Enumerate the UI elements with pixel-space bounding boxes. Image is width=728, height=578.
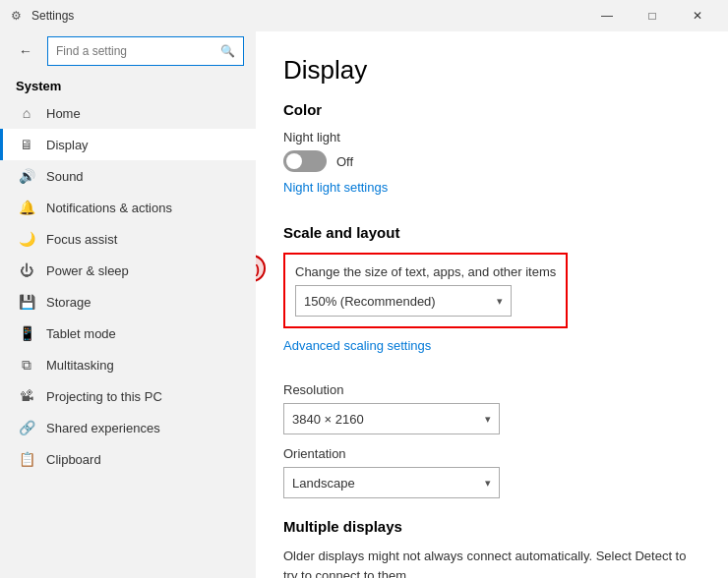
night-light-link[interactable]: Night light settings	[283, 180, 388, 195]
sidebar-item-shared-label: Shared experiences	[46, 421, 160, 435]
night-light-toggle-row: Off	[283, 150, 700, 172]
sidebar-item-focus-label: Focus assist	[46, 232, 117, 247]
sidebar-item-shared[interactable]: 🔗 Shared experiences	[0, 412, 256, 443]
sidebar-nav-top: ← 🔍	[0, 31, 256, 71]
scale-dropdown-arrow: ▾	[497, 295, 503, 308]
sidebar-item-power-label: Power & sleep	[46, 263, 129, 278]
settings-app-icon: ⚙	[8, 8, 24, 24]
night-light-label: Night light	[283, 130, 700, 144]
sidebar-item-home[interactable]: ⌂ Home	[0, 97, 256, 129]
color-section: Color Night light Off Night light settin…	[283, 101, 700, 210]
power-icon: ⏻	[19, 262, 34, 278]
sidebar-item-power[interactable]: ⏻ Power & sleep	[0, 255, 256, 286]
window-title: Settings	[31, 9, 74, 23]
minimize-button[interactable]: —	[584, 0, 630, 31]
scale-section-title: Scale and layout	[283, 224, 700, 241]
sidebar-section-label: System	[0, 71, 256, 97]
shared-icon: 🔗	[19, 420, 34, 435]
sidebar-item-sound[interactable]: 🔊 Sound	[0, 160, 256, 192]
multiple-displays-section: Multiple displays Older displays might n…	[283, 518, 700, 578]
search-input[interactable]	[56, 44, 220, 58]
scale-dropdown-value: 150% (Recommended)	[304, 294, 436, 309]
sidebar-item-home-label: Home	[46, 106, 81, 121]
sidebar-item-notifications-label: Notifications & actions	[46, 201, 172, 215]
close-button[interactable]: ✕	[675, 0, 720, 31]
sidebar-item-sound-label: Sound	[46, 169, 84, 184]
sidebar-item-clipboard-label: Clipboard	[46, 452, 101, 467]
clipboard-icon: 📋	[19, 451, 34, 467]
sidebar-item-storage[interactable]: 💾 Storage	[0, 286, 256, 318]
sidebar-item-multitasking[interactable]: ⧉ Multitasking	[0, 349, 256, 380]
projecting-icon: 📽	[19, 388, 34, 404]
page-title: Display	[283, 55, 700, 86]
scale-highlight-container: (2) Change the size of text, apps, and o…	[283, 253, 568, 332]
display-icon: 🖥	[19, 137, 34, 152]
resolution-dropdown-arrow: ▾	[485, 413, 491, 426]
sidebar-item-multitasking-label: Multitasking	[46, 358, 114, 373]
tablet-icon: 📱	[19, 325, 34, 341]
night-light-toggle[interactable]	[283, 150, 327, 172]
orientation-label: Orientation	[283, 446, 700, 461]
sidebar-item-notifications[interactable]: 🔔 Notifications & actions	[0, 192, 256, 223]
sidebar-item-projecting[interactable]: 📽 Projecting to this PC	[0, 380, 256, 412]
multitasking-icon: ⧉	[19, 357, 34, 373]
sidebar-item-display[interactable]: 🖥 Display	[0, 129, 256, 160]
storage-icon: 💾	[19, 294, 34, 310]
sidebar-item-tablet[interactable]: 📱 Tablet mode	[0, 318, 256, 349]
sidebar-item-tablet-label: Tablet mode	[46, 326, 116, 341]
main-layout: ← 🔍 System ⌂ Home 🖥 Display 🔊 Sound	[0, 31, 728, 578]
annotation-2: (2)	[256, 255, 266, 282]
maximize-button[interactable]: □	[630, 0, 675, 31]
content-area: Display Color Night light Off Night ligh…	[256, 31, 728, 578]
sound-icon: 🔊	[19, 168, 34, 184]
search-box[interactable]: 🔍	[47, 36, 244, 66]
night-light-state: Off	[336, 154, 353, 169]
sidebar-item-storage-label: Storage	[46, 295, 91, 310]
orientation-dropdown-arrow: ▾	[485, 477, 491, 490]
orientation-value: Landscape	[292, 476, 355, 491]
sidebar-item-focus[interactable]: 🌙 Focus assist	[0, 223, 256, 255]
scale-dropdown[interactable]: 150% (Recommended) ▾	[295, 285, 512, 317]
multiple-displays-title: Multiple displays	[283, 518, 700, 535]
orientation-dropdown[interactable]: Landscape ▾	[283, 467, 500, 498]
scale-section: Scale and layout (2) Change the size of …	[283, 224, 700, 498]
home-icon: ⌂	[19, 105, 34, 121]
sidebar-item-projecting-label: Projecting to this PC	[46, 389, 162, 404]
notifications-icon: 🔔	[19, 200, 34, 215]
sidebar-item-clipboard[interactable]: 📋 Clipboard	[0, 443, 256, 475]
toggle-thumb	[286, 153, 302, 169]
advanced-scaling-link[interactable]: Advanced scaling settings	[283, 338, 431, 353]
resolution-dropdown[interactable]: 3840 × 2160 ▾	[283, 403, 500, 434]
back-button[interactable]: ←	[12, 37, 39, 65]
sidebar: ← 🔍 System ⌂ Home 🖥 Display 🔊 Sound	[0, 31, 256, 578]
sidebar-item-display-label: Display	[46, 138, 89, 152]
title-bar: ⚙ Settings — □ ✕	[0, 0, 728, 31]
window-controls: — □ ✕	[584, 0, 720, 31]
multiple-displays-desc: Older displays might not always connect …	[283, 547, 700, 578]
settings-window: ⚙ Settings — □ ✕ ← 🔍 System ⌂ Home	[0, 0, 728, 578]
search-icon: 🔍	[220, 44, 235, 58]
change-size-label: Change the size of text, apps, and other…	[295, 264, 556, 279]
color-section-title: Color	[283, 101, 700, 118]
scale-highlighted-box: Change the size of text, apps, and other…	[283, 253, 568, 328]
title-bar-left: ⚙ Settings	[8, 8, 584, 24]
focus-icon: 🌙	[19, 231, 34, 247]
resolution-value: 3840 × 2160	[292, 412, 364, 427]
resolution-label: Resolution	[283, 382, 700, 397]
